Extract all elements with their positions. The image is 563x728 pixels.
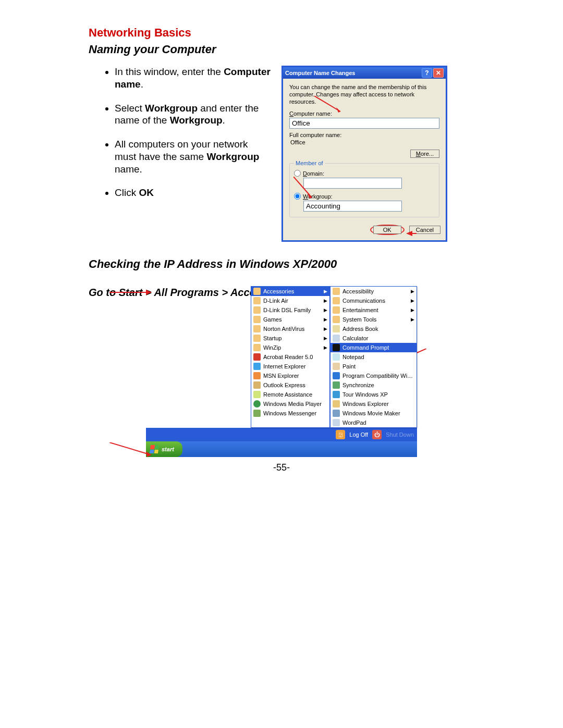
menu-item[interactable]: Outlook Express [251, 380, 329, 390]
menu-item[interactable]: Windows Explorer [331, 399, 417, 409]
more-button[interactable]: More... [410, 150, 439, 158]
menu-item-label: Outlook Express [263, 382, 327, 388]
bullet-3: All computers on your network must have … [115, 138, 271, 175]
menu-item[interactable]: Windows Movie Maker [331, 409, 417, 418]
menu-item-label: Tour Windows XP [342, 391, 414, 398]
menu-item-label: Communications [342, 298, 407, 304]
workgroup-radio-row[interactable]: Workgroup: [294, 193, 435, 200]
text: Click [115, 187, 139, 198]
workgroup-input[interactable] [303, 201, 402, 212]
start-menu-footer: ⍰ Log Off ⏻ Shut Down [146, 428, 417, 441]
menu-item[interactable]: Accessories▶ [251, 287, 329, 296]
ok-button[interactable]: OK [373, 226, 401, 234]
menu-item-label: Windows Movie Maker [342, 410, 414, 416]
menu-item[interactable]: Paint [331, 362, 417, 371]
menu-item[interactable]: Acrobat Reader 5.0 [251, 352, 329, 362]
taskbar[interactable]: start [146, 441, 417, 457]
windows-logo-icon [150, 445, 159, 453]
menu-item[interactable]: WordPad [331, 418, 417, 427]
bullet-4: Click OK [115, 187, 271, 199]
folder-icon [253, 316, 261, 323]
ok-highlight-ring: OK [370, 225, 405, 235]
help-icon[interactable]: ? [422, 68, 432, 78]
domain-radio-row[interactable]: Domain: [294, 170, 435, 177]
menu-item-label: Acrobat Reader 5.0 [263, 354, 327, 360]
menu-item-label: MSN Explorer [263, 373, 327, 379]
menu-item[interactable]: Windows Messenger [251, 409, 329, 418]
menu-item[interactable]: MSN Explorer [251, 371, 329, 380]
sync-icon [333, 381, 340, 389]
folder-icon [253, 344, 261, 351]
menu-item-label: Startup [263, 335, 320, 341]
folder-icon [333, 316, 340, 323]
text-bold: Workgroup [170, 115, 223, 126]
submenu-arrow-icon: ▶ [323, 317, 327, 322]
menu-item[interactable]: Program Compatibility Wizard [331, 371, 417, 380]
text: . [141, 79, 143, 90]
submenu-arrow-icon: ▶ [410, 289, 414, 294]
menu-item[interactable]: Synchronize [331, 380, 417, 390]
shutdown-label[interactable]: Shut Down [386, 431, 414, 438]
menu-item-label: WordPad [342, 419, 414, 426]
menu-item[interactable]: Address Book [331, 324, 417, 334]
wmp-icon [253, 400, 261, 408]
menu-item[interactable]: D-Link DSL Family▶ [251, 305, 329, 315]
menu-item-label: Address Book [342, 326, 414, 332]
text-bold: Workgroup [145, 103, 198, 114]
cancel-button[interactable]: Cancel [409, 226, 440, 234]
folder-icon [333, 306, 340, 314]
folder-icon [253, 288, 261, 295]
menu-item[interactable]: Norton AntiVirus▶ [251, 324, 329, 334]
book-icon [333, 325, 340, 332]
menu-item[interactable]: WinZip▶ [251, 343, 329, 352]
submenu-arrow-icon: ▶ [323, 345, 327, 350]
menu-item[interactable]: Calculator [331, 334, 417, 343]
dialog-title-text: Computer Name Changes [285, 67, 421, 79]
bullet-2: Select Workgroup and enter the name of t… [115, 102, 271, 127]
folder-icon [253, 297, 261, 304]
logoff-label[interactable]: Log Off [349, 431, 368, 438]
dialog-titlebar[interactable]: Computer Name Changes ? ✕ [283, 67, 446, 79]
start-label: start [162, 446, 174, 452]
submenu-arrow-icon: ▶ [410, 307, 414, 313]
menu-item-label: Accessories [263, 288, 320, 294]
menu-item-label: Command Prompt [342, 344, 414, 351]
menu-item[interactable]: System Tools▶ [331, 315, 417, 324]
menu-item[interactable]: Accessibility▶ [331, 287, 417, 296]
menu-item[interactable]: Tour Windows XP [331, 390, 417, 399]
menu-item[interactable]: Entertainment▶ [331, 305, 417, 315]
menu-item-label: Notepad [342, 354, 414, 360]
oe-icon [253, 381, 261, 389]
computer-name-label: Computer name: [289, 110, 439, 117]
logoff-icon[interactable]: ⍰ [336, 430, 345, 439]
folder-icon [333, 288, 340, 295]
msn-icon [253, 372, 261, 379]
submenu-arrow-icon: ▶ [323, 336, 327, 341]
section-heading: Checking the IP Address in Windows XP/20… [89, 257, 474, 271]
programs-menu[interactable]: Accessories▶D-Link Air▶D-Link DSL Family… [251, 286, 330, 428]
domain-input[interactable] [303, 178, 402, 189]
text-bold: OK [139, 187, 154, 198]
menu-item[interactable]: Remote Assistance [251, 390, 329, 399]
ie-icon [253, 363, 261, 370]
menu-item-label: Windows Media Player [263, 401, 327, 407]
menu-item[interactable]: Communications▶ [331, 296, 417, 305]
menu-item[interactable]: Windows Media Player [251, 399, 329, 409]
menu-item[interactable]: Command Prompt [331, 343, 417, 352]
text: name. [115, 164, 142, 175]
submenu-arrow-icon: ▶ [410, 298, 414, 303]
page-title: Networking Basics [89, 26, 474, 40]
close-icon[interactable]: ✕ [433, 68, 444, 78]
workgroup-radio[interactable] [294, 193, 301, 200]
menu-item[interactable]: Internet Explorer [251, 362, 329, 371]
accessories-submenu[interactable]: Accessibility▶Communications▶Entertainme… [330, 286, 417, 428]
submenu-arrow-icon: ▶ [323, 298, 327, 303]
menu-item[interactable]: Games▶ [251, 315, 329, 324]
domain-radio[interactable] [294, 170, 301, 177]
menu-item[interactable]: D-Link Air▶ [251, 296, 329, 305]
menu-item[interactable]: Startup▶ [251, 334, 329, 343]
computer-name-input[interactable] [289, 118, 439, 129]
shutdown-icon[interactable]: ⏻ [372, 430, 382, 439]
menu-item[interactable]: Notepad [331, 352, 417, 362]
instruction-list: In this window, enter the Computer name.… [89, 66, 271, 211]
